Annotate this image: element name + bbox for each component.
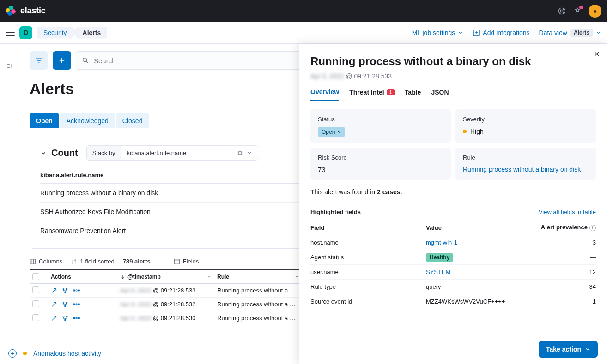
space-selector[interactable]: D [19, 26, 32, 39]
col-rule-label: Rule [217, 274, 229, 280]
user-avatar[interactable]: e [589, 5, 601, 18]
row-checkbox[interactable] [32, 286, 39, 293]
sort-desc-icon [120, 274, 126, 280]
checkbox[interactable] [32, 273, 39, 280]
hl-prevalence: 34 [526, 280, 596, 294]
highlighted-fields-header: Highlighted fields View all fields in ta… [310, 209, 596, 215]
expand-icon[interactable] [51, 287, 57, 294]
severity-card: Severity High [455, 109, 596, 143]
svg-rect-24 [79, 317, 80, 319]
cases-line: This alert was found in 2 cases. [310, 188, 596, 196]
header-left: elastic [6, 6, 46, 17]
tab-acknowledged[interactable]: Acknowledged [60, 113, 115, 128]
row-checkbox[interactable] [32, 300, 39, 307]
breadcrumb-app[interactable]: Security [37, 27, 76, 39]
hl-value-link[interactable]: SYSTEM [426, 269, 450, 275]
rule-link[interactable]: Running process without a binary on disk [463, 166, 589, 173]
view-all-fields-link[interactable]: View all fields in table [539, 209, 596, 215]
sort-button[interactable]: 1 field sorted [71, 258, 114, 265]
alert-details-flyout: Running process without a binary on disk… [299, 44, 607, 364]
newsfeed-icon[interactable] [573, 6, 582, 16]
stack-by-value-wrapper: kibana.alert.rule.name [121, 146, 258, 160]
tab-json[interactable]: JSON [431, 88, 449, 101]
analyzer-icon[interactable] [62, 315, 68, 322]
cases-value[interactable]: 2 cases. [377, 188, 402, 196]
help-icon[interactable] [557, 6, 566, 16]
analyzer-icon[interactable] [62, 287, 68, 294]
hl-row: Source event id MZZ4WKsWsWV2VuCF++++ 1 [310, 294, 596, 309]
more-icon[interactable] [73, 301, 80, 308]
tab-threat-label: Threat Intel [349, 89, 384, 96]
status-selector[interactable]: Open [318, 127, 345, 137]
close-icon [593, 50, 601, 58]
more-icon[interactable] [73, 315, 80, 322]
row-timestamp: Apr 0, 2022 @ 09:21:28.532 [117, 301, 214, 308]
add-filter-button[interactable] [53, 51, 71, 70]
chevron-down-icon [596, 30, 601, 36]
hl-prevalence: 12 [526, 265, 596, 280]
data-view-value: Alerts [570, 29, 593, 37]
chevron-down-icon[interactable] [247, 150, 252, 156]
svg-rect-18 [79, 304, 80, 305]
hl-field: Source event id [310, 294, 426, 309]
chevron-down-icon[interactable] [207, 274, 212, 279]
row-checkbox[interactable] [32, 314, 39, 321]
row-actions [48, 287, 117, 294]
rule-card: Rule Running process without a binary on… [455, 148, 596, 180]
expand-sidebar-icon[interactable] [6, 62, 13, 70]
status-dot-icon [23, 352, 27, 355]
elastic-logo-icon[interactable] [6, 6, 17, 17]
hl-field: Rule type [310, 280, 426, 294]
tab-overview[interactable]: Overview [310, 88, 339, 101]
take-action-button[interactable]: Take action [539, 341, 598, 358]
chevron-down-icon[interactable] [295, 274, 299, 279]
status-card: Status Open [310, 109, 451, 143]
row-rule: Running process without a … [214, 301, 302, 308]
more-icon[interactable] [73, 287, 80, 294]
clear-icon[interactable] [237, 150, 243, 156]
tab-table[interactable]: Table [405, 88, 421, 101]
svg-point-3 [83, 58, 87, 62]
col-timestamp[interactable]: @timestamp [117, 274, 214, 280]
chevron-down-icon [585, 346, 590, 352]
stack-by-value: kibana.alert.rule.name [127, 149, 187, 156]
hl-value-link[interactable]: mgmt-win-1 [426, 239, 457, 246]
svg-rect-16 [73, 304, 75, 305]
status-value: Open [322, 129, 335, 135]
columns-button[interactable]: Columns [30, 258, 62, 265]
close-flyout-button[interactable] [593, 50, 601, 58]
nav-toggle-button[interactable] [6, 28, 15, 37]
count-title-text: Count [51, 148, 78, 158]
expand-icon[interactable] [51, 301, 57, 308]
data-view-selector[interactable]: Data view Alerts [539, 29, 601, 37]
plus-icon [58, 56, 66, 65]
fields-button[interactable]: Fields [174, 258, 199, 265]
brand-name[interactable]: elastic [20, 6, 46, 16]
risk-label: Risk Score [318, 154, 443, 161]
hl-col-prevalence: Alert prevalencei [526, 220, 596, 235]
ml-job-settings-button[interactable]: ML job settings [412, 29, 464, 36]
alert-total: 789 alerts [123, 258, 151, 265]
package-plus-icon [473, 29, 480, 36]
count-panel-title[interactable]: Count [40, 148, 78, 158]
row-timestamp: Apr 0, 2022 @ 09:21:28.530 [117, 315, 214, 322]
expand-icon[interactable] [51, 315, 57, 322]
agent-status-badge: Healthy [426, 253, 453, 262]
stack-by-selector[interactable]: Stack by kibana.alert.rule.name [86, 145, 259, 161]
severity-value-wrapper: High [463, 128, 484, 135]
tab-threat-intel[interactable]: Threat Intel 1 [349, 88, 395, 101]
analyzer-icon[interactable] [62, 301, 68, 308]
row-rule: Running process without a … [214, 315, 302, 322]
timeline-title[interactable]: Anomalous host activity [33, 350, 101, 357]
col-actions[interactable]: Actions [48, 274, 117, 280]
select-all-cell[interactable] [30, 273, 48, 280]
add-integrations-button[interactable]: Add integrations [473, 29, 529, 36]
add-timeline-button[interactable]: + [8, 349, 17, 358]
tab-closed[interactable]: Closed [116, 113, 149, 128]
info-icon[interactable]: i [589, 225, 596, 231]
hl-prevalence: 1 [526, 294, 596, 309]
svg-rect-23 [76, 317, 77, 319]
tab-open[interactable]: Open [30, 113, 59, 128]
col-rule[interactable]: Rule [214, 274, 302, 280]
filter-toggle-button[interactable] [30, 51, 48, 70]
